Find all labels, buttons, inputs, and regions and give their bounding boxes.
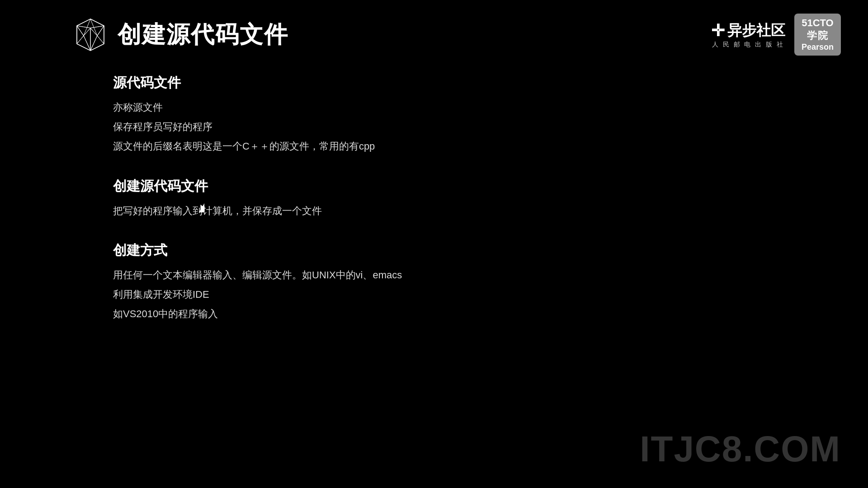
svg-marker-7 xyxy=(77,36,90,51)
main-content: 源代码文件 亦称源文件 保存程序员写好的程序 源文件的后缀名表明这是一个C＋＋的… xyxy=(0,65,868,353)
section-create-method: 创建方式 用任何一个文本编辑器输入、编辑源文件。如UNIX中的vi、emacs … xyxy=(113,241,796,322)
cto-bottom-text: 院 xyxy=(818,29,828,42)
svg-line-12 xyxy=(90,26,104,28)
section-source-file-item-2: 源文件的后缀名表明这是一个C＋＋的源文件，常用的有cpp xyxy=(113,138,796,154)
svg-marker-3 xyxy=(77,26,90,36)
header-right: ✛ 异步社区 人 民 邮 电 出 版 社 51CTO 学 院 Pearson xyxy=(711,14,841,56)
svg-marker-2 xyxy=(77,19,90,36)
section-source-file-title: 源代码文件 xyxy=(113,74,796,92)
yibu-logo-main: ✛ 异步社区 xyxy=(711,21,785,41)
svg-marker-9 xyxy=(77,26,84,44)
section-source-file: 源代码文件 亦称源文件 保存程序员写好的程序 源文件的后缀名表明这是一个C＋＋的… xyxy=(113,74,796,155)
section-source-file-item-1: 保存程序员写好的程序 xyxy=(113,119,796,135)
section-create-source: 创建源代码文件 把写好的程序输入到计算机，并保存成一个文件 xyxy=(113,177,796,219)
pearson-text: Pearson xyxy=(802,42,834,52)
yibu-name: 异步社区 xyxy=(727,21,785,41)
cto-logo: 51CTO 学 院 Pearson xyxy=(794,14,841,56)
svg-marker-5 xyxy=(84,28,90,51)
cto-top-text: 51CTO xyxy=(802,17,834,29)
section-create-source-title: 创建源代码文件 xyxy=(113,177,796,196)
svg-marker-8 xyxy=(90,36,104,51)
yibu-logo: ✛ 异步社区 人 民 邮 电 出 版 社 xyxy=(711,21,785,49)
watermark: ITJC8.COM xyxy=(640,428,841,470)
yibu-subtitle: 人 民 邮 电 出 版 社 xyxy=(712,41,784,49)
svg-marker-1 xyxy=(90,19,104,36)
svg-line-11 xyxy=(77,26,90,28)
section-create-method-title: 创建方式 xyxy=(113,241,796,260)
cto-middle-text: 学 xyxy=(807,29,817,42)
svg-marker-4 xyxy=(90,26,104,36)
header: 创建源代码文件 ✛ 异步社区 人 民 邮 电 出 版 社 51CTO 学 院 P… xyxy=(0,0,868,65)
section-create-method-item-2: 如VS2010中的程序输入 xyxy=(113,306,796,322)
svg-marker-10 xyxy=(97,26,104,44)
section-source-file-item-0: 亦称源文件 xyxy=(113,99,796,115)
yibu-plus-icon: ✛ xyxy=(711,21,725,40)
page-title: 创建源代码文件 xyxy=(118,19,288,51)
section-create-source-item-0: 把写好的程序输入到计算机，并保存成一个文件 xyxy=(113,203,796,219)
section-create-method-item-1: 利用集成开发环境IDE xyxy=(113,286,796,302)
geometric-logo-icon xyxy=(72,17,108,53)
header-left: 创建源代码文件 xyxy=(72,17,288,53)
svg-marker-6 xyxy=(90,28,97,51)
section-create-method-item-0: 用任何一个文本编辑器输入、编辑源文件。如UNIX中的vi、emacs xyxy=(113,267,796,283)
